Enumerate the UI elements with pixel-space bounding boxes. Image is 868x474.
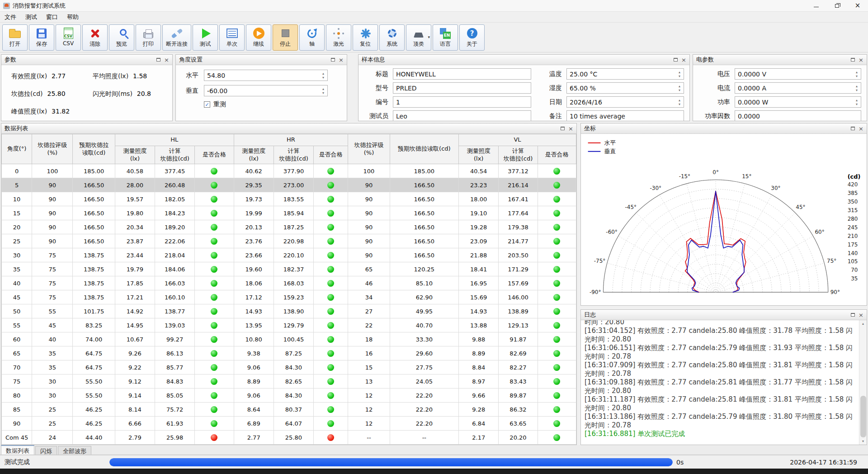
toolbar-button-system[interactable]: 系统 — [379, 24, 405, 51]
spin-up-icon[interactable]: ▴ — [676, 84, 683, 88]
menu-item-3[interactable]: 帮助 — [62, 12, 83, 23]
view-tab-2[interactable]: 全部波形 — [58, 446, 91, 455]
spinner-arrows[interactable]: ▴▾ — [320, 71, 327, 80]
toolbar-button-print[interactable]: 打印 — [136, 24, 161, 51]
table-row[interactable]: Com 452444.402.7925.982.7725.80----2.172… — [2, 431, 576, 445]
view-tab-0[interactable]: 数据列表 — [1, 445, 34, 455]
scrollbar-thumb[interactable] — [860, 396, 866, 437]
spinner-arrows[interactable]: ▴▾ — [676, 83, 683, 93]
table-row[interactable]: 2090166.5020.34189.2020.13187.2590166.50… — [2, 220, 576, 234]
spin-down-icon[interactable]: ▾ — [853, 74, 860, 78]
title-field[interactable]: HONEYWELL — [393, 68, 531, 80]
view-tab-1[interactable]: 闪烁 — [35, 446, 57, 455]
spin-down-icon[interactable]: ▾ — [676, 74, 683, 78]
spinner-arrows[interactable]: ▴▾ — [853, 69, 860, 79]
table-row[interactable]: 3075138.7523.44218.0423.66220.1090166.50… — [2, 248, 576, 262]
table-row[interactable]: 0100185.0040.58377.4540.62377.90100185.0… — [2, 164, 576, 178]
toolbar-button-top-type[interactable]: 顶类▾ — [406, 24, 431, 51]
close-panel-icon[interactable]: × — [859, 312, 863, 318]
spinner-arrows[interactable]: ▴▾ — [320, 86, 327, 95]
close-panel-icon[interactable]: × — [164, 57, 169, 63]
horizontal-angle-field[interactable]: 54.80▴▾ — [204, 70, 328, 81]
voltage-field[interactable]: 0.0000 V▴▾ — [735, 68, 861, 80]
scroll-up-icon[interactable]: ▴ — [862, 320, 864, 327]
vertical-angle-field[interactable]: -60.00▴▾ — [204, 85, 328, 96]
minimize-button[interactable] — [806, 0, 826, 11]
toolbar-button-stop[interactable]: 停止 — [273, 24, 298, 51]
spin-down-icon[interactable]: ▾ — [676, 88, 683, 92]
humidity-field[interactable]: 65.00 %▴▾ — [566, 82, 684, 94]
spin-up-icon[interactable]: ▴ — [676, 70, 683, 74]
spin-up-icon[interactable]: ▴ — [853, 70, 860, 74]
toolbar-button-reset[interactable]: 复位 — [353, 24, 378, 51]
close-panel-icon[interactable]: × — [859, 57, 863, 63]
tester-field[interactable]: Leo — [393, 110, 531, 121]
toolbar-button-open[interactable]: 打开 — [2, 24, 28, 51]
spin-down-icon[interactable]: ▾ — [676, 102, 683, 106]
spin-up-icon[interactable]: ▴ — [320, 71, 327, 76]
spinner-arrows[interactable]: ▴▾ — [676, 97, 683, 107]
table-row[interactable]: 902546.256.6661.936.8964.071222.206.8463… — [2, 417, 576, 431]
chevron-down-icon[interactable]: ▾ — [428, 35, 430, 39]
power-field[interactable]: 0.0000 W▴▾ — [735, 96, 861, 108]
toolbar-button-continue[interactable]: 继续 — [246, 24, 271, 51]
toolbar-button-about[interactable]: ?关于 — [459, 24, 485, 51]
table-row[interactable]: 4575138.7517.21160.1017.12159.233462.901… — [2, 290, 576, 304]
close-button[interactable]: × — [847, 0, 868, 11]
table-row[interactable]: 1590166.5019.80184.2319.99185.9490166.50… — [2, 206, 576, 220]
toolbar-button-test[interactable]: 测试 — [193, 24, 218, 51]
table-row[interactable]: 4075138.7517.85166.0318.06168.034685.101… — [2, 276, 576, 290]
spin-down-icon[interactable]: ▾ — [853, 102, 860, 106]
float-panel-icon[interactable] — [156, 58, 160, 62]
toolbar-button-save[interactable]: 保存 — [29, 24, 54, 51]
float-panel-icon[interactable] — [331, 58, 335, 62]
table-row[interactable]: 653564.759.2686.139.3887.251629.608.8982… — [2, 346, 576, 360]
spin-up-icon[interactable]: ▴ — [853, 98, 860, 102]
temperature-field[interactable]: 25.00 °C▴▾ — [566, 68, 684, 80]
table-row[interactable]: 753055.509.1284.838.8982.651324.058.9783… — [2, 374, 576, 389]
table-row[interactable]: 5055101.7514.92138.7714.93138.902749.951… — [2, 304, 576, 318]
table-row[interactable]: 852546.258.1475.728.6480.371222.209.2886… — [2, 403, 576, 417]
log-scrollbar[interactable]: ▴ ▾ — [859, 320, 867, 445]
number-field[interactable]: 1 — [393, 96, 531, 108]
toolbar-button-csv[interactable]: CSVCSV — [56, 24, 81, 51]
table-row[interactable]: 1090166.5019.57182.0519.73183.5590166.50… — [2, 192, 576, 206]
scroll-down-icon[interactable]: ▾ — [862, 438, 864, 445]
toolbar-button-axis[interactable]: 轴 — [299, 24, 325, 51]
toolbar-button-preview[interactable]: 预览 — [109, 24, 134, 51]
restore-button[interactable] — [826, 0, 847, 11]
close-panel-icon[interactable]: × — [859, 126, 863, 132]
spinner-arrows[interactable]: ▴▾ — [853, 83, 860, 93]
float-panel-icon[interactable] — [851, 313, 855, 317]
spinner-arrows[interactable]: ▴▾ — [853, 97, 860, 107]
spin-down-icon[interactable]: ▾ — [320, 76, 327, 80]
spin-down-icon[interactable]: ▾ — [320, 91, 327, 95]
table-row[interactable]: 554583.2514.95139.0313.95129.792240.7013… — [2, 318, 576, 332]
model-field[interactable]: PRLED — [393, 82, 531, 94]
date-field[interactable]: 2026/4/16▴▾ — [566, 96, 684, 108]
toolbar-button-clear[interactable]: 清除 — [82, 24, 108, 51]
spin-up-icon[interactable]: ▴ — [676, 98, 683, 102]
float-panel-icon[interactable] — [674, 58, 678, 62]
toolbar-button-disconnect[interactable]: 断开连接 — [162, 24, 191, 51]
table-row[interactable]: 803055.509.1485.059.0684.301222.209.6689… — [2, 389, 576, 403]
power-factor-field[interactable]: 0.0000 — [735, 110, 861, 121]
menu-item-2[interactable]: 窗口 — [42, 12, 62, 23]
note-field[interactable]: 10 times average — [566, 110, 684, 121]
toolbar-button-language[interactable]: EN语言 — [433, 24, 458, 51]
close-panel-icon[interactable]: × — [339, 57, 344, 63]
float-panel-icon[interactable] — [851, 58, 855, 62]
table-row[interactable]: 2590166.5023.87222.0623.76220.9890166.50… — [2, 234, 576, 248]
menu-item-1[interactable]: 测试 — [21, 12, 42, 23]
toolbar-button-laser[interactable]: 激光 — [326, 24, 351, 51]
close-panel-icon[interactable]: × — [568, 126, 573, 132]
float-panel-icon[interactable] — [851, 127, 855, 130]
table-row[interactable]: 3575138.7519.79184.0619.60182.3765120.25… — [2, 262, 576, 276]
spin-down-icon[interactable]: ▾ — [853, 88, 860, 92]
toolbar-button-single[interactable]: 单次 — [219, 24, 245, 51]
float-panel-icon[interactable] — [561, 127, 565, 130]
table-row[interactable]: 703564.759.2285.779.0684.301527.758.8482… — [2, 360, 576, 374]
current-field[interactable]: 0.0000 A▴▾ — [735, 82, 861, 94]
menu-item-0[interactable]: 文件 — [0, 12, 21, 23]
spin-up-icon[interactable]: ▴ — [320, 87, 327, 91]
